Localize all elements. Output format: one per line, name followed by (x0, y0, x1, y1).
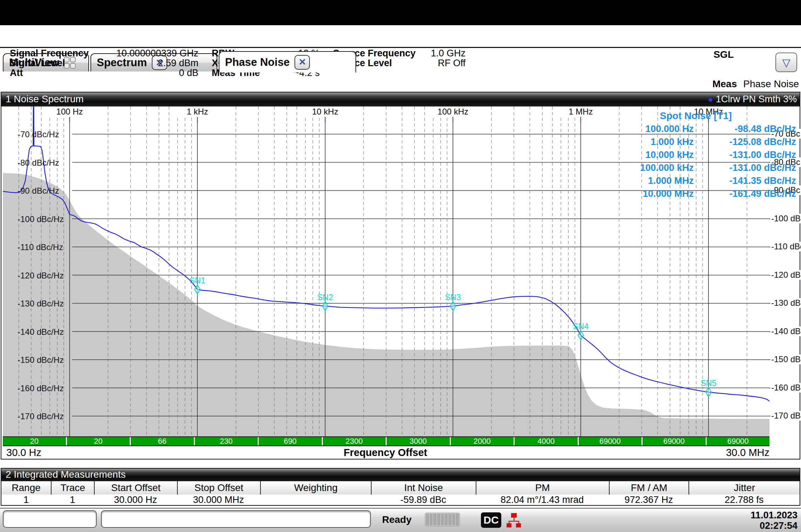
y-axis-right-label: -140 dBc (770, 326, 801, 336)
noise-spectrum-title-bar: 1 Noise Spectrum 1Clrw PN Smth 3% (1, 92, 800, 106)
y-axis-left-label: -100 dBc/Hz (18, 214, 64, 224)
progress-segment (437, 514, 440, 526)
network-status-icon (506, 512, 522, 528)
integrated-column-header: Weighting (260, 481, 371, 495)
tab-list-dropdown-button[interactable] (775, 53, 797, 72)
integrated-cell: 972.367 Hz (609, 495, 689, 505)
spot-noise-row: 10.000 MHz-161.49 dBc/Hz (596, 187, 796, 200)
header-readout-label: Att (10, 68, 23, 78)
close-phase-noise-tab-button[interactable] (294, 55, 310, 70)
xcorr-factor-bar: 2020662306902300300020004000690006900069… (3, 436, 769, 446)
xcorr-segment: 690 (259, 437, 322, 445)
integrated-column-header: Start Offset (94, 481, 177, 495)
xcorr-segment: 69000 (707, 437, 770, 445)
x-axis-decade-label: 10 kHz (312, 107, 338, 116)
progress-segment (433, 514, 436, 526)
single-sweep-indicator: SGL (713, 49, 734, 60)
header-readout-value[interactable]: 1.0 GHz (431, 48, 466, 58)
svg-text:SN3: SN3 (445, 293, 461, 302)
x-axis-decade-label: 1 MHz (569, 107, 593, 116)
y-axis-left-label: -110 dBc/Hz (18, 242, 63, 252)
date-readout: 11.01.2023 (751, 510, 797, 520)
x-axis-decade-label: 100 kHz (437, 107, 468, 116)
svg-text:SN2: SN2 (317, 293, 333, 302)
header-readout-value[interactable]: 2.59 dBm (158, 58, 198, 68)
xcorr-segment: 230 (195, 437, 258, 445)
spot-noise-frequency: 1.000 kHz (651, 136, 694, 148)
spot-noise-value: -131.00 dBc/Hz (729, 161, 796, 174)
integrated-measurements-title: 2 Integrated Measurements (6, 469, 125, 480)
meas-mode-value: Phase Noise (743, 78, 799, 89)
y-axis-right-label: -110 dBc (770, 242, 801, 251)
phase-noise-analyzer-screen: MultiView Spectrum Phase Noise Signal Fr… (0, 0, 801, 532)
integrated-cell (260, 495, 371, 505)
xcorr-segment: 4000 (515, 437, 578, 445)
y-axis-left-label: -90 dBc/Hz (18, 186, 59, 195)
spot-noise-value: -161.49 dBc/Hz (729, 187, 796, 200)
xcorr-segment: 69000 (579, 437, 642, 445)
integrated-column-header: Trace (51, 481, 94, 495)
progress-segment (444, 514, 448, 526)
header-readout-row: Att0 dB (10, 68, 198, 78)
integrated-column-header: PM (476, 481, 609, 495)
time-readout: 02:27:54 (751, 520, 797, 531)
header-readout-label: Signal Level (10, 58, 65, 68)
header-readout-value[interactable]: RF Off (438, 58, 466, 68)
integrated-table-header: RangeTraceStart OffsetStop OffsetWeighti… (1, 481, 800, 495)
xcorr-segment: 66 (131, 437, 194, 445)
integrated-cell: 82.04 m°/1.43 mrad (476, 495, 609, 505)
spot-noise-row: 100.000 Hz-98.48 dBc/Hz (596, 123, 796, 136)
status-bar: Ready DC 11.01.2023 02:27:54 (0, 508, 801, 532)
xcorr-segment: 2300 (323, 437, 386, 445)
dc-coupling-indicator: DC (481, 512, 501, 528)
spot-noise-row: 10.000 kHz-131.00 dBc/Hz (596, 148, 796, 161)
xcorr-segment: 20 (3, 437, 66, 445)
progress-segment (452, 514, 455, 526)
integrated-column-header: Jitter (688, 481, 800, 495)
spot-noise-row: 1.000 MHz-141.35 dBc/Hz (596, 174, 796, 187)
integrated-measurements-title-bar: 2 Integrated Measurements (1, 469, 800, 481)
y-axis-right-label: -100 dBc (770, 214, 801, 223)
date-time-readout: 11.01.2023 02:27:54 (751, 510, 797, 531)
status-field-left (3, 510, 97, 528)
y-axis-left-label: -70 dBc/Hz (18, 130, 59, 139)
phase-noise-plot-region: SN1SN2SN3SN4SN5100 Hz1 kHz10 kHz100 kHz1… (1, 106, 800, 436)
svg-text:SN5: SN5 (701, 379, 717, 388)
measurement-progress-bar (425, 513, 460, 527)
y-axis-left-label: -140 dBc/Hz (18, 327, 64, 337)
integrated-table-row: 1130.000 Hz30.000 MHz-59.89 dBc82.04 m°/… (1, 495, 800, 505)
ready-status: Ready (382, 514, 412, 525)
header-readout-value[interactable]: 0 dB (179, 68, 198, 78)
header-readout-row: Signal Frequency10.000000339 GHz (10, 48, 198, 58)
integrated-cell: 30.000 MHz (177, 495, 260, 505)
spot-noise-frequency: 100.000 Hz (645, 123, 694, 136)
channel-tab-bar: MultiView Spectrum Phase Noise (0, 25, 801, 48)
trace-legend: 1Clrw PN Smth 3% (708, 92, 797, 106)
header-readout-label: Signal Frequency (10, 48, 89, 58)
svg-text:SN1: SN1 (190, 276, 205, 285)
header-readout-row: Signal Level2.59 dBm (10, 58, 198, 68)
xcorr-segment: 2000 (451, 437, 514, 445)
y-axis-left-label: -80 dBc/Hz (18, 158, 59, 167)
spot-noise-row: 1.000 kHz-125.08 dBc/Hz (596, 136, 796, 148)
integrated-cell: 1 (51, 495, 94, 505)
spot-noise-frequency: 10.000 MHz (643, 187, 694, 200)
spot-noise-value: -125.08 dBc/Hz (729, 136, 796, 148)
header-readout-value[interactable]: 10.000000339 GHz (116, 48, 198, 58)
y-axis-right-label: -150 dBc (770, 354, 801, 364)
xcorr-segment: 3000 (387, 437, 450, 445)
top-black-bar (0, 0, 801, 25)
y-axis-right-label: -160 dBc (770, 383, 801, 393)
integrated-column-header: Stop Offset (177, 481, 260, 495)
integrated-cell: 22.788 fs (688, 495, 800, 505)
integrated-column-header: Int Noise (371, 481, 475, 495)
tab-phase-noise[interactable]: Phase Noise (219, 51, 356, 72)
meas-mode-label: Meas (712, 78, 737, 89)
y-axis-left-label: -170 dBc/Hz (18, 412, 64, 421)
integrated-measurements-window: 2 Integrated Measurements RangeTraceStar… (1, 468, 800, 506)
integrated-column-header: Range (1, 481, 51, 495)
x-axis-stop-value: 30.0 MHz (726, 447, 769, 458)
meas-mode-readout: MeasPhase Noise (712, 78, 799, 90)
x-axis-decade-label: 1 kHz (186, 107, 208, 116)
y-axis-left-label: -130 dBc/Hz (18, 299, 64, 308)
